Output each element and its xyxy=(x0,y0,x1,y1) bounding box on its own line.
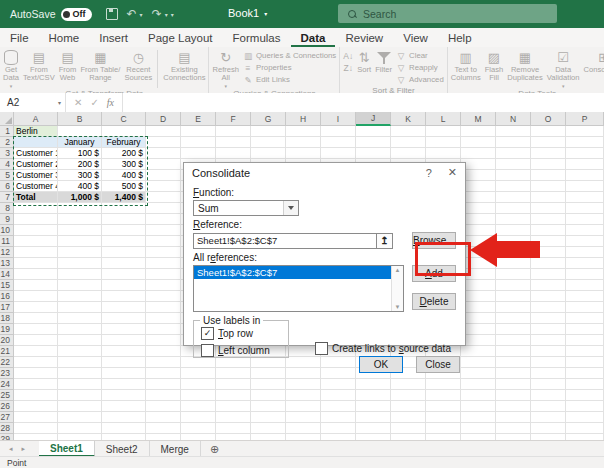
refresh-all-button[interactable]: ↻Refresh All▾ xyxy=(210,49,241,89)
reference-input[interactable]: Sheet1!$A$2:$C$7 xyxy=(193,233,376,249)
dialog-close-icon[interactable]: ✕ xyxy=(448,166,457,179)
cell-M7[interactable] xyxy=(461,192,496,203)
cell-O20[interactable] xyxy=(531,335,566,346)
cell-K27[interactable] xyxy=(391,412,426,423)
cell-D6[interactable] xyxy=(146,181,181,192)
cell-F2[interactable] xyxy=(216,137,251,148)
cell-M28[interactable] xyxy=(461,423,496,434)
cell-I24[interactable] xyxy=(321,379,356,390)
cell-O4[interactable] xyxy=(531,159,566,170)
cell-B26[interactable] xyxy=(58,401,102,412)
save-icon[interactable] xyxy=(106,8,118,20)
sort-ascending-button[interactable]: A↓ xyxy=(343,50,353,61)
sheet-tab-merge[interactable]: Merge xyxy=(150,441,201,457)
cell-P17[interactable] xyxy=(566,302,604,313)
cell-C25[interactable] xyxy=(102,390,146,401)
cell-P21[interactable] xyxy=(566,346,604,357)
cell-A19[interactable] xyxy=(14,324,58,335)
cell-C17[interactable] xyxy=(102,302,146,313)
sheet-nav-left-icon[interactable]: ◂ xyxy=(9,445,13,453)
cell-B22[interactable] xyxy=(58,357,102,368)
cell-K28[interactable] xyxy=(391,423,426,434)
new-sheet-icon[interactable]: ⊕ xyxy=(210,441,219,457)
cell-O24[interactable] xyxy=(531,379,566,390)
cell-C7[interactable]: 1,400 $ xyxy=(102,192,146,203)
col-header-M[interactable]: M xyxy=(461,112,496,126)
close-button[interactable]: Close xyxy=(416,356,460,373)
cell-P16[interactable] xyxy=(566,291,604,302)
cell-O25[interactable] xyxy=(531,390,566,401)
row-header-28[interactable]: 28 xyxy=(0,423,14,434)
create-links-checkbox[interactable]: Create links to source data xyxy=(315,342,451,355)
cell-A1[interactable]: Berlin xyxy=(14,126,58,137)
cell-N13[interactable] xyxy=(496,258,531,269)
cell-M5[interactable] xyxy=(461,170,496,181)
cell-B8[interactable] xyxy=(58,203,102,214)
cell-L25[interactable] xyxy=(426,390,461,401)
cell-M6[interactable] xyxy=(461,181,496,192)
cell-N7[interactable] xyxy=(496,192,531,203)
cell-B20[interactable] xyxy=(58,335,102,346)
cell-I3[interactable] xyxy=(321,148,356,159)
cell-J3[interactable] xyxy=(356,148,391,159)
cell-K2[interactable] xyxy=(391,137,426,148)
cell-N10[interactable] xyxy=(496,225,531,236)
cell-D9[interactable] xyxy=(146,214,181,225)
cell-J28[interactable] xyxy=(356,423,391,434)
remove-duplicates-button[interactable]: ▦Remove Duplicates xyxy=(505,49,544,83)
cell-P5[interactable] xyxy=(566,170,604,181)
row-header-19[interactable]: 19 xyxy=(0,324,14,335)
redo-icon[interactable]: ↷ xyxy=(152,7,162,21)
cell-L3[interactable] xyxy=(426,148,461,159)
cell-B28[interactable] xyxy=(58,423,102,434)
cell-M9[interactable] xyxy=(461,214,496,225)
cell-C13[interactable] xyxy=(102,258,146,269)
row-header-18[interactable]: 18 xyxy=(0,313,14,324)
cell-D3[interactable] xyxy=(146,148,181,159)
cell-A14[interactable] xyxy=(14,269,58,280)
cell-O7[interactable] xyxy=(531,192,566,203)
cell-P1[interactable] xyxy=(566,126,604,137)
data-validation-button[interactable]: ☑Data Validation▾ xyxy=(545,49,582,89)
cell-P28[interactable] xyxy=(566,423,604,434)
sort-button[interactable]: ⇅Sort xyxy=(355,49,373,74)
queries-connections-button[interactable]: ▥Queries & Connections xyxy=(243,50,336,61)
cell-A18[interactable] xyxy=(14,313,58,324)
cell-D17[interactable] xyxy=(146,302,181,313)
name-box-caret-icon[interactable]: ▾ xyxy=(58,99,61,106)
cell-D16[interactable] xyxy=(146,291,181,302)
cell-H26[interactable] xyxy=(286,401,321,412)
cell-B10[interactable] xyxy=(58,225,102,236)
from-text-csv-button[interactable]: ▤From Text/CSV xyxy=(21,49,57,83)
cell-E3[interactable] xyxy=(181,148,216,159)
cell-P4[interactable] xyxy=(566,159,604,170)
cell-P26[interactable] xyxy=(566,401,604,412)
cell-I27[interactable] xyxy=(321,412,356,423)
cell-O1[interactable] xyxy=(531,126,566,137)
cell-A10[interactable] xyxy=(14,225,58,236)
cell-O2[interactable] xyxy=(531,137,566,148)
cell-G24[interactable] xyxy=(251,379,286,390)
cell-H1[interactable] xyxy=(286,126,321,137)
cell-M24[interactable] xyxy=(461,379,496,390)
from-table-range-button[interactable]: ▦From Table/ Range xyxy=(78,49,122,83)
cell-J1[interactable] xyxy=(356,126,391,137)
col-header-D[interactable]: D xyxy=(146,112,181,126)
cell-A22[interactable] xyxy=(14,357,58,368)
cell-N18[interactable] xyxy=(496,313,531,324)
cell-D12[interactable] xyxy=(146,247,181,258)
scroll-down-icon[interactable]: ▼ xyxy=(395,304,401,310)
qat-customize-icon[interactable]: ▾ xyxy=(171,11,174,18)
cell-B12[interactable] xyxy=(58,247,102,258)
cell-I2[interactable] xyxy=(321,137,356,148)
cell-C4[interactable]: 300 $ xyxy=(102,159,146,170)
cell-O3[interactable] xyxy=(531,148,566,159)
cell-C1[interactable] xyxy=(102,126,146,137)
cell-M21[interactable] xyxy=(461,346,496,357)
cell-A24[interactable] xyxy=(14,379,58,390)
name-box[interactable]: A2 ▾ xyxy=(0,93,66,112)
cell-G27[interactable] xyxy=(251,412,286,423)
cell-A25[interactable] xyxy=(14,390,58,401)
cell-I1[interactable] xyxy=(321,126,356,137)
row-header-22[interactable]: 22 xyxy=(0,357,14,368)
